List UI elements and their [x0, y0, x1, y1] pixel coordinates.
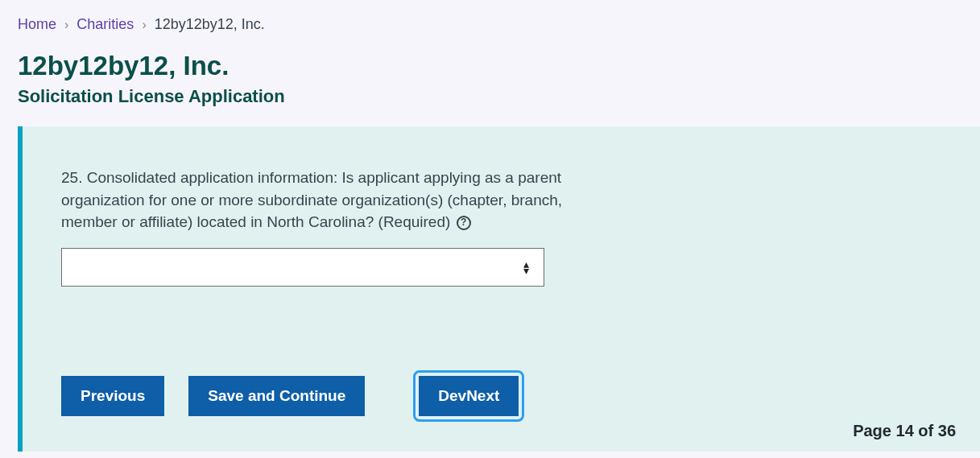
form-panel: 25. Consolidated application information…	[18, 126, 980, 452]
help-icon[interactable]: ?	[457, 216, 471, 230]
save-and-continue-button[interactable]: Save and Continue	[188, 376, 365, 416]
page-subtitle: Solicitation License Application	[18, 86, 962, 107]
devnext-highlight: DevNext	[413, 370, 524, 422]
page-title: 12by12by12, Inc.	[18, 51, 962, 81]
answer-select[interactable]	[62, 249, 544, 286]
devnext-button[interactable]: DevNext	[419, 376, 519, 416]
question-label: 25. Consolidated application information…	[61, 167, 577, 233]
breadcrumb-home[interactable]: Home	[18, 16, 56, 33]
previous-button[interactable]: Previous	[61, 376, 164, 416]
breadcrumb-charities[interactable]: Charities	[76, 16, 134, 33]
page-indicator: Page 14 of 36	[853, 422, 956, 440]
chevron-right-icon: ›	[64, 18, 68, 32]
question-text: 25. Consolidated application information…	[61, 169, 562, 230]
breadcrumb: Home › Charities › 12by12by12, Inc.	[18, 16, 962, 33]
answer-select-wrap: ▴▾	[61, 248, 544, 287]
chevron-right-icon: ›	[142, 18, 146, 32]
button-row: Previous Save and Continue DevNext	[61, 370, 956, 422]
breadcrumb-current: 12by12by12, Inc.	[155, 16, 265, 33]
